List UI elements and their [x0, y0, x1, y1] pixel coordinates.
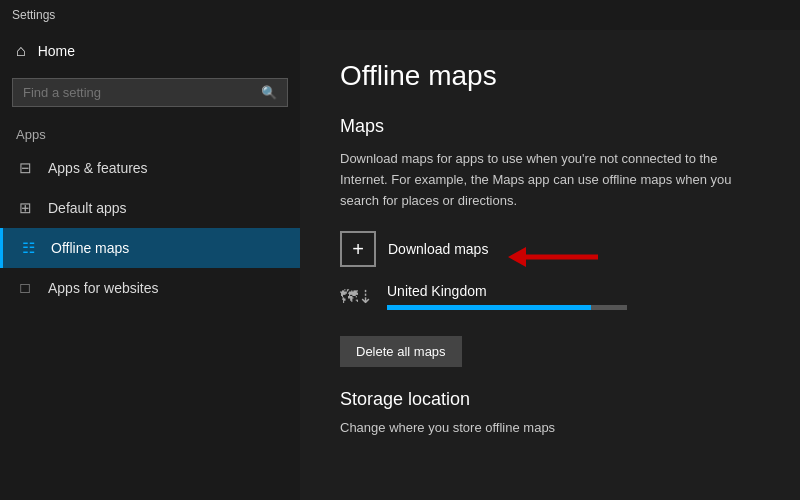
- map-item-info: United Kingdom: [387, 283, 760, 310]
- sidebar-item-home[interactable]: ⌂ Home: [0, 30, 300, 72]
- search-box: 🔍: [12, 78, 288, 107]
- download-maps-label: Download maps: [388, 241, 488, 257]
- sidebar-item-default-apps[interactable]: ⊞ Default apps: [0, 188, 300, 228]
- sidebar-item-apps-features[interactable]: ⊟ Apps & features: [0, 148, 300, 188]
- default-apps-icon: ⊞: [16, 199, 34, 217]
- sidebar-home-label: Home: [38, 43, 75, 59]
- maps-section-title: Maps: [340, 116, 760, 137]
- progress-fill: [387, 305, 591, 310]
- sidebar-item-apps-websites[interactable]: □ Apps for websites: [0, 268, 300, 307]
- map-item-icon: 🗺⇣: [340, 286, 373, 308]
- storage-description: Change where you store offline maps: [340, 420, 760, 435]
- download-maps-row: + Download maps: [340, 231, 760, 283]
- home-icon: ⌂: [16, 42, 26, 60]
- map-item-uk: 🗺⇣ United Kingdom: [340, 283, 760, 310]
- apps-features-icon: ⊟: [16, 159, 34, 177]
- main-layout: ⌂ Home 🔍 Apps ⊟ Apps & features ⊞ Defaul…: [0, 30, 800, 500]
- sidebar-section-label: Apps: [0, 119, 300, 148]
- content-area: Offline maps Maps Download maps for apps…: [300, 30, 800, 500]
- svg-marker-1: [508, 247, 526, 267]
- title-bar-label: Settings: [12, 8, 55, 22]
- maps-description: Download maps for apps to use when you'r…: [340, 149, 760, 211]
- sidebar: ⌂ Home 🔍 Apps ⊟ Apps & features ⊞ Defaul…: [0, 30, 300, 500]
- sidebar-item-offline-maps-label: Offline maps: [51, 240, 129, 256]
- sidebar-item-default-apps-label: Default apps: [48, 200, 127, 216]
- delete-all-maps-button[interactable]: Delete all maps: [340, 336, 462, 367]
- storage-section-title: Storage location: [340, 389, 760, 410]
- offline-maps-icon: ☷: [19, 239, 37, 257]
- download-maps-action: + Download maps: [340, 231, 488, 267]
- sidebar-item-apps-features-label: Apps & features: [48, 160, 148, 176]
- page-title: Offline maps: [340, 60, 760, 92]
- search-icon[interactable]: 🔍: [251, 79, 287, 106]
- map-item-name: United Kingdom: [387, 283, 760, 299]
- progress-bar: [387, 305, 627, 310]
- sidebar-item-apps-websites-label: Apps for websites: [48, 280, 159, 296]
- download-maps-button[interactable]: +: [340, 231, 376, 267]
- search-input[interactable]: [13, 79, 251, 106]
- sidebar-item-offline-maps[interactable]: ☷ Offline maps: [0, 228, 300, 268]
- title-bar: Settings: [0, 0, 800, 30]
- apps-websites-icon: □: [16, 279, 34, 296]
- annotation-arrow: [498, 239, 618, 275]
